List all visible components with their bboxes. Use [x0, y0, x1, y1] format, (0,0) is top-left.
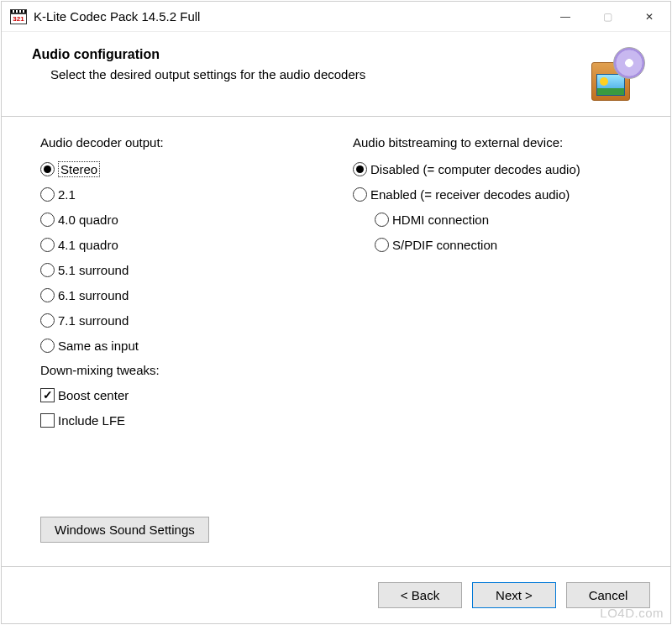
- option-label: 5.1 surround: [58, 263, 129, 277]
- wizard-footer: < Back Next > Cancel: [2, 566, 670, 623]
- radio-connection-hdmi-connection[interactable]: HDMI connection: [375, 207, 640, 232]
- radio-icon: [40, 213, 55, 227]
- close-icon[interactable]: ✕: [628, 2, 670, 32]
- checkbox-tweak-include-lfe[interactable]: Include LFE: [40, 407, 328, 433]
- radio-icon: [353, 162, 367, 176]
- radio-icon: [40, 288, 55, 302]
- checkbox-tweak-boost-center[interactable]: Boost center: [40, 382, 328, 407]
- radio-decoder-7-1-surround[interactable]: 7.1 surround: [40, 307, 328, 333]
- radio-icon: [353, 187, 367, 202]
- option-label: 2.1: [58, 187, 76, 202]
- radio-icon: [375, 238, 389, 252]
- titlebar: 321 K-Lite Codec Pack 14.5.2 Full — ▢ ✕: [2, 2, 670, 32]
- option-label: Same as input: [58, 339, 139, 353]
- checkbox-icon: [40, 413, 55, 428]
- window-title: K-Lite Codec Pack 14.5.2 Full: [34, 9, 200, 24]
- group-label-tweaks: Down-mixing tweaks:: [40, 363, 328, 377]
- radio-icon: [40, 313, 55, 328]
- option-label: 4.0 quadro: [58, 213, 118, 227]
- radio-decoder-6-1-surround[interactable]: 6.1 surround: [40, 282, 328, 307]
- audio-bitstreaming-group: Audio bitstreaming to external device: D…: [353, 135, 640, 433]
- installer-icon: [586, 47, 645, 101]
- radio-bitstream-enabled-receiver-decodes-audio[interactable]: Enabled (= receiver decodes audio): [353, 181, 640, 207]
- back-button[interactable]: < Back: [378, 582, 462, 608]
- radio-bitstream-disabled-computer-decodes-audio[interactable]: Disabled (= computer decodes audio): [353, 156, 640, 181]
- app-icon: 321: [10, 9, 27, 24]
- page-header: Audio configuration Select the desired o…: [2, 32, 670, 117]
- option-label: Include LFE: [58, 413, 125, 428]
- option-label: S/PDIF connection: [392, 238, 497, 252]
- radio-icon: [40, 263, 55, 277]
- radio-icon: [40, 238, 55, 252]
- maximize-icon: ▢: [586, 2, 628, 32]
- option-label: Disabled (= computer decodes audio): [370, 162, 580, 176]
- group-label-decoder: Audio decoder output:: [40, 135, 328, 150]
- minimize-icon[interactable]: —: [544, 2, 586, 32]
- radio-decoder-5-1-surround[interactable]: 5.1 surround: [40, 257, 328, 282]
- option-label: HDMI connection: [392, 213, 489, 227]
- option-label: 6.1 surround: [58, 288, 129, 302]
- option-label: 7.1 surround: [58, 313, 129, 328]
- radio-icon: [40, 339, 55, 353]
- windows-sound-settings-button[interactable]: Windows Sound Settings: [40, 517, 209, 543]
- radio-decoder-stereo[interactable]: Stereo: [40, 156, 328, 181]
- radio-icon: [40, 187, 55, 202]
- radio-decoder-2-1[interactable]: 2.1: [40, 181, 328, 207]
- group-label-bitstreaming: Audio bitstreaming to external device:: [353, 135, 640, 150]
- radio-icon: [375, 213, 389, 227]
- audio-decoder-output-group: Audio decoder output: Stereo2.14.0 quadr…: [40, 135, 328, 433]
- radio-decoder-same-as-input[interactable]: Same as input: [40, 333, 328, 358]
- option-label: Enabled (= receiver decodes audio): [370, 187, 570, 202]
- page-subtitle: Select the desired output settings for t…: [50, 67, 578, 81]
- checkbox-icon: [40, 388, 55, 402]
- page-title: Audio configuration: [32, 47, 578, 62]
- option-label: Boost center: [58, 388, 129, 402]
- option-label: 4.1 quadro: [58, 238, 118, 252]
- cancel-button[interactable]: Cancel: [566, 582, 650, 608]
- radio-decoder-4-1-quadro[interactable]: 4.1 quadro: [40, 232, 328, 257]
- radio-decoder-4-0-quadro[interactable]: 4.0 quadro: [40, 207, 328, 232]
- radio-icon: [40, 162, 55, 176]
- radio-connection-s-pdif-connection[interactable]: S/PDIF connection: [375, 232, 640, 257]
- option-label: Stereo: [58, 161, 100, 177]
- next-button[interactable]: Next >: [472, 582, 556, 608]
